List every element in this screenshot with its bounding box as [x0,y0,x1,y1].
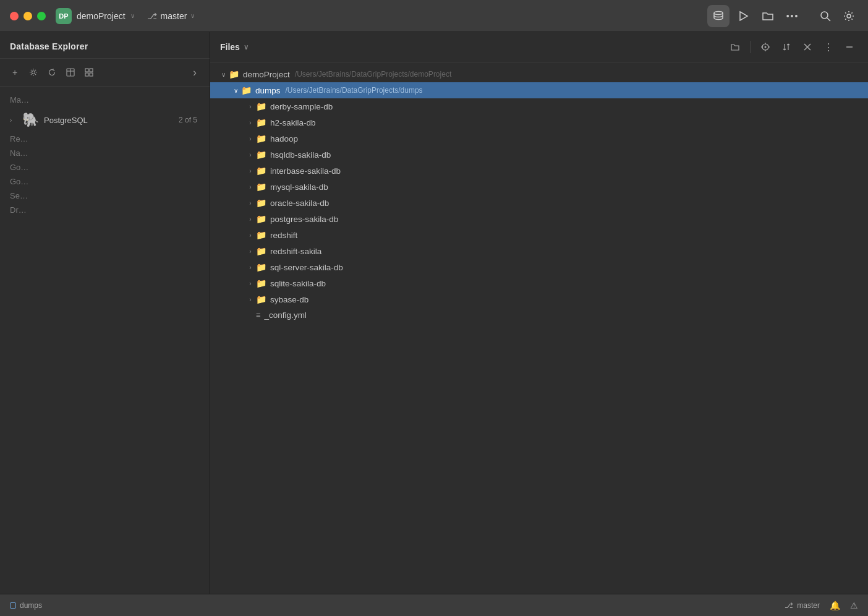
file-row-interbase-sakila-db[interactable]: › 📁 interbase-sakila-db [210,163,868,179]
close-panel-button[interactable] [799,38,816,56]
titlebar-actions [816,7,858,25]
notification-bell-button[interactable]: 🔔 [830,601,840,610]
file-row-redshift[interactable]: › 📁 redshift [210,227,868,243]
traffic-lights [10,12,46,20]
branch-name: master [161,11,187,21]
hsqldb-name: hsqldb-sakila-db [270,150,331,160]
sybase-name: sybase-db [270,295,308,304]
postgresql-icon: 🐘 [22,112,39,128]
sql-server-folder-icon: 📁 [256,262,266,272]
h2-expand-icon: › [245,119,256,126]
sidebar-truncated-label-na: Na… [0,146,210,160]
postgresql-item[interactable]: › 🐘 PostgreSQL 2 of 5 [0,108,210,132]
postgresql-badge: 2 of 5 [176,115,200,125]
titlebar: DP demoProject ∨ ⎇ master ∨ ••• [0,0,868,32]
maximize-button[interactable] [37,12,46,20]
dumps-expand-icon: ∨ [230,87,241,94]
file-row-h2-sakila-db[interactable]: › 📁 h2-sakila-db [210,114,868,130]
header-divider-1 [750,41,751,53]
sidebar-title: Database Explorer [10,41,88,51]
file-row-sqlite-sakila-db[interactable]: › 📁 sqlite-sakila-db [210,275,868,291]
locate-button[interactable] [757,38,774,56]
search-action-button[interactable] [816,7,835,25]
new-folder-button[interactable] [726,38,744,56]
status-current-item: dumps [10,601,42,610]
sidebar-truncated-label-re: Re… [0,132,210,146]
file-row-config-yml[interactable]: › ≡ _config.yml [210,307,868,323]
refresh-icon [48,68,56,77]
redshift-sakila-folder-icon: 📁 [256,246,266,256]
branch-selector[interactable]: ⎇ master ∨ [147,11,195,21]
file-row-hadoop[interactable]: › 📁 hadoop [210,130,868,147]
view-options-button[interactable] [80,64,98,81]
oracle-expand-icon: › [245,200,256,207]
sidebar-header: Database Explorer [0,32,210,59]
warning-button[interactable]: ⚠ [850,601,858,610]
files-header: Files ∨ [210,32,868,62]
file-row-demoProject[interactable]: ∨ 📁 demoProject /Users/JetBrains/DataGri… [210,66,868,82]
interbase-name: interbase-sakila-db [270,166,341,176]
file-row-hsqldb-sakila-db[interactable]: › 📁 hsqldb-sakila-db [210,147,868,163]
datasource-settings-button[interactable] [25,64,42,81]
minimize-button[interactable] [23,12,32,20]
file-row-sybase-db[interactable]: › 📁 sybase-db [210,291,868,307]
hsqldb-expand-icon: › [245,152,256,158]
dumps-path: /Users/JetBrains/DataGripProjects/dumps [286,86,423,95]
files-chevron-icon: ∨ [244,43,249,51]
run-tool-button[interactable] [732,5,754,27]
interbase-expand-icon: › [245,168,256,174]
postgres-folder-icon: 📁 [256,214,266,224]
schema-mapping-button[interactable] [62,64,79,81]
redshift-sakila-name: redshift-sakila [270,247,321,256]
folder-tool-icon [762,10,774,22]
file-row-sql-server-sakila-db[interactable]: › 📁 sql-server-sakila-db [210,259,868,275]
status-branch-label: master [797,601,820,610]
sort-icon [781,42,791,52]
branch-icon: ⎇ [147,11,157,21]
file-row-oracle-sakila-db[interactable]: › 📁 oracle-sakila-db [210,195,868,211]
hadoop-expand-icon: › [245,135,256,142]
add-icon: + [12,67,17,77]
file-row-redshift-sakila[interactable]: › 📁 redshift-sakila [210,243,868,259]
sqlite-expand-icon: › [245,280,256,287]
close-icon [803,43,812,51]
config-name: _config.yml [265,310,307,320]
svg-point-18 [765,46,767,48]
status-branch[interactable]: ⎇ master [785,601,820,610]
refresh-button[interactable] [43,64,61,81]
svg-point-4 [847,14,851,18]
settings-action-button[interactable] [840,7,858,25]
database-icon [712,10,725,22]
minimize-panel-button[interactable] [841,38,858,56]
status-item-label: dumps [20,601,42,610]
file-row-derby-sample-db[interactable]: › 📁 derby-sample-db [210,98,868,114]
more-tool-button[interactable]: ••• [781,5,804,27]
project-selector[interactable]: DP demoProject ∨ [56,8,135,24]
sqlite-name: sqlite-sakila-db [270,279,326,288]
svg-rect-10 [90,69,93,72]
file-row-postgres-sakila-db[interactable]: › 📁 postgres-sakila-db [210,211,868,227]
panel-more-icon: ⋮ [823,41,834,53]
file-row-dumps[interactable]: ∨ 📁 dumps /Users/JetBrains/DataGripProje… [210,82,868,98]
main-content: Database Explorer + [0,32,868,594]
demoProject-folder-icon: 📁 [229,69,239,79]
sidebar-truncated-label-ma: Ma… [0,92,210,108]
dumps-name: dumps [255,86,281,95]
database-tool-button[interactable] [707,5,730,27]
status-indicator [10,602,16,609]
folder-tool-button[interactable] [757,5,779,27]
mysql-expand-icon: › [245,184,256,190]
sidebar-more-button[interactable]: › [186,64,203,81]
close-button[interactable] [10,12,19,20]
run-icon [738,11,749,22]
panel-more-button[interactable]: ⋮ [820,38,837,56]
oracle-folder-icon: 📁 [256,198,266,208]
locate-icon [760,42,770,52]
file-row-mysql-sakila-db[interactable]: › 📁 mysql-sakila-db [210,179,868,195]
sort-button[interactable] [778,38,795,56]
postgres-name: postgres-sakila-db [270,215,338,224]
sidebar-truncated-label-go2: Go… [0,174,210,189]
add-datasource-button[interactable]: + [6,64,23,81]
derby-folder-icon: 📁 [256,101,266,111]
interbase-folder-icon: 📁 [256,166,266,176]
